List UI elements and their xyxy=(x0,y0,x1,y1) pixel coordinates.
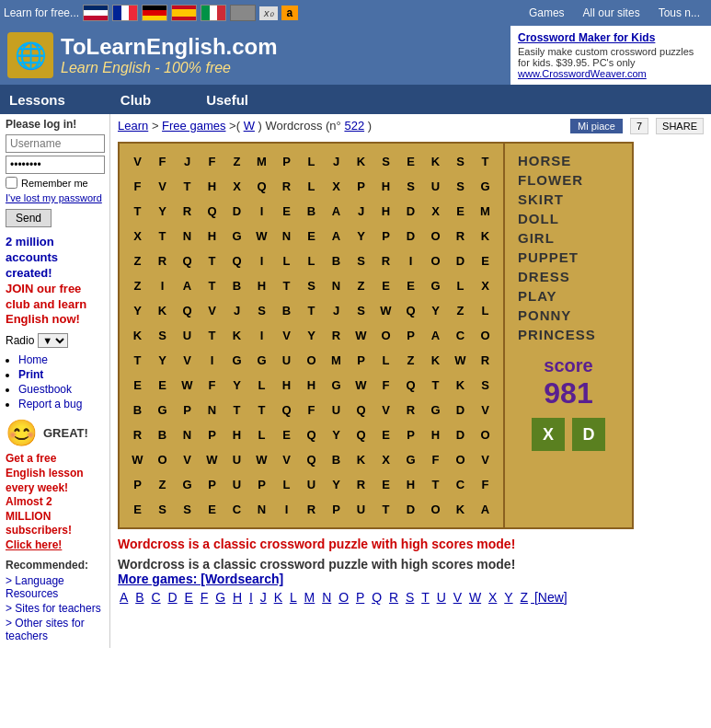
alpha-link-N[interactable]: N xyxy=(322,590,331,605)
alpha-link-W[interactable]: W xyxy=(469,590,481,605)
grid-cell-5-12[interactable]: G xyxy=(423,273,448,298)
grid-cell-11-11[interactable]: P xyxy=(398,422,423,447)
flag-other[interactable] xyxy=(230,5,256,21)
grid-cell-4-8[interactable]: B xyxy=(324,248,349,273)
btn-x[interactable]: X xyxy=(532,418,565,451)
grid-cell-13-10[interactable]: E xyxy=(373,472,398,497)
grid-cell-2-10[interactable]: H xyxy=(373,199,398,224)
sidebar-item-guestbook[interactable]: Guestbook xyxy=(18,383,104,396)
grid-cell-4-14[interactable]: E xyxy=(473,248,498,273)
grid-cell-9-9[interactable]: W xyxy=(349,373,373,398)
grid-cell-14-14[interactable]: A xyxy=(473,497,498,522)
grid-cell-14-12[interactable]: O xyxy=(423,497,448,522)
grid-cell-4-10[interactable]: R xyxy=(373,248,398,273)
grid-cell-10-9[interactable]: Q xyxy=(349,398,373,422)
grid-cell-7-3[interactable]: T xyxy=(200,323,224,348)
alpha-link-E[interactable]: E xyxy=(185,590,193,605)
remember-checkbox[interactable] xyxy=(6,177,17,189)
alpha-link-D[interactable]: D xyxy=(167,590,177,605)
grid-cell-2-6[interactable]: E xyxy=(274,199,299,224)
grid-cell-6-9[interactable]: S xyxy=(349,298,373,323)
grid-cell-13-9[interactable]: R xyxy=(349,472,373,497)
grid-cell-4-6[interactable]: L xyxy=(274,248,299,273)
grid-cell-4-9[interactable]: S xyxy=(349,248,373,273)
grid-cell-0-4[interactable]: Z xyxy=(224,149,249,174)
grid-cell-14-2[interactable]: S xyxy=(175,497,200,522)
grid-cell-3-6[interactable]: N xyxy=(274,224,299,248)
alpha-link-O[interactable]: O xyxy=(338,590,349,605)
share-button[interactable]: SHARE xyxy=(656,118,704,134)
grid-cell-12-8[interactable]: B xyxy=(324,447,349,472)
grid-cell-10-8[interactable]: U xyxy=(324,398,349,422)
grid-cell-1-6[interactable]: R xyxy=(274,174,299,199)
grid-cell-10-11[interactable]: R xyxy=(398,398,423,422)
grid-cell-5-3[interactable]: T xyxy=(200,273,224,298)
grid-cell-3-0[interactable]: X xyxy=(125,224,150,248)
grid-cell-0-7[interactable]: L xyxy=(299,149,324,174)
alpha-link-H[interactable]: H xyxy=(233,590,242,605)
grid-cell-9-1[interactable]: E xyxy=(150,373,175,398)
grid-cell-9-10[interactable]: F xyxy=(373,373,398,398)
grid-cell-7-0[interactable]: K xyxy=(125,323,150,348)
alpha-link-T[interactable]: T xyxy=(421,590,430,605)
flag-de[interactable] xyxy=(142,5,167,21)
grid-cell-11-1[interactable]: B xyxy=(150,422,175,447)
grid-cell-5-7[interactable]: S xyxy=(299,273,324,298)
grid-cell-1-1[interactable]: V xyxy=(150,174,175,199)
grid-cell-5-4[interactable]: B xyxy=(224,273,249,298)
grid-cell-5-8[interactable]: N xyxy=(324,273,349,298)
grid-cell-12-12[interactable]: F xyxy=(423,447,448,472)
grid-cell-7-6[interactable]: V xyxy=(274,323,299,348)
amazon-icon[interactable]: a xyxy=(281,6,299,20)
breadcrumb-learn[interactable]: Learn xyxy=(118,119,148,133)
grid-cell-0-0[interactable]: V xyxy=(125,149,150,174)
grid-cell-7-13[interactable]: C xyxy=(448,323,473,348)
grid-cell-8-14[interactable]: R xyxy=(473,348,498,373)
grid-cell-1-3[interactable]: H xyxy=(200,174,224,199)
grid-cell-3-4[interactable]: G xyxy=(224,224,249,248)
grid-cell-2-11[interactable]: D xyxy=(398,199,423,224)
grid-cell-13-12[interactable]: T xyxy=(423,472,448,497)
grid-cell-13-11[interactable]: H xyxy=(398,472,423,497)
learn-free-link[interactable]: Learn for free... xyxy=(4,6,79,19)
grid-cell-0-11[interactable]: E xyxy=(398,149,423,174)
grid-cell-9-2[interactable]: W xyxy=(175,373,200,398)
grid-cell-9-13[interactable]: K xyxy=(448,373,473,398)
grid-cell-4-1[interactable]: R xyxy=(150,248,175,273)
flag-en[interactable] xyxy=(83,5,109,21)
grid-cell-8-7[interactable]: O xyxy=(299,348,324,373)
grid-cell-6-8[interactable]: J xyxy=(324,298,349,323)
breadcrumb-number[interactable]: 522 xyxy=(344,119,364,133)
grid-cell-6-2[interactable]: Q xyxy=(175,298,200,323)
grid-cell-9-7[interactable]: H xyxy=(299,373,324,398)
grid-cell-7-12[interactable]: A xyxy=(423,323,448,348)
grid-cell-14-4[interactable]: C xyxy=(224,497,249,522)
alpha-new-link[interactable]: [New] xyxy=(531,590,568,605)
tous-link[interactable]: Tous n... xyxy=(651,6,707,19)
grid-cell-11-0[interactable]: R xyxy=(125,422,150,447)
grid-cell-0-8[interactable]: J xyxy=(324,149,349,174)
grid-cell-12-10[interactable]: X xyxy=(373,447,398,472)
grid-cell-5-1[interactable]: I xyxy=(150,273,175,298)
flag-it[interactable] xyxy=(201,5,226,21)
grid-cell-3-13[interactable]: R xyxy=(448,224,473,248)
grid-cell-6-5[interactable]: S xyxy=(249,298,274,323)
grid-cell-9-8[interactable]: G xyxy=(324,373,349,398)
grid-cell-14-10[interactable]: T xyxy=(373,497,398,522)
grid-cell-10-14[interactable]: V xyxy=(473,398,498,422)
alpha-link-P[interactable]: P xyxy=(356,590,364,605)
grid-cell-6-6[interactable]: B xyxy=(274,298,299,323)
ad-title[interactable]: Crossword Maker for Kids xyxy=(518,31,704,44)
grid-cell-12-0[interactable]: W xyxy=(125,447,150,472)
grid-cell-6-1[interactable]: K xyxy=(150,298,175,323)
grid-cell-10-2[interactable]: P xyxy=(175,398,200,422)
grid-cell-12-1[interactable]: O xyxy=(150,447,175,472)
grid-cell-14-1[interactable]: S xyxy=(150,497,175,522)
grid-cell-11-7[interactable]: Q xyxy=(299,422,324,447)
join-text[interactable]: JOIN our free club and learn English now… xyxy=(6,282,86,327)
grid-cell-12-9[interactable]: K xyxy=(349,447,373,472)
grid-cell-6-12[interactable]: Y xyxy=(423,298,448,323)
click-here-link[interactable]: Click here! xyxy=(6,538,62,551)
nav-useful[interactable]: Useful xyxy=(206,92,248,108)
grid-cell-1-14[interactable]: G xyxy=(473,174,498,199)
